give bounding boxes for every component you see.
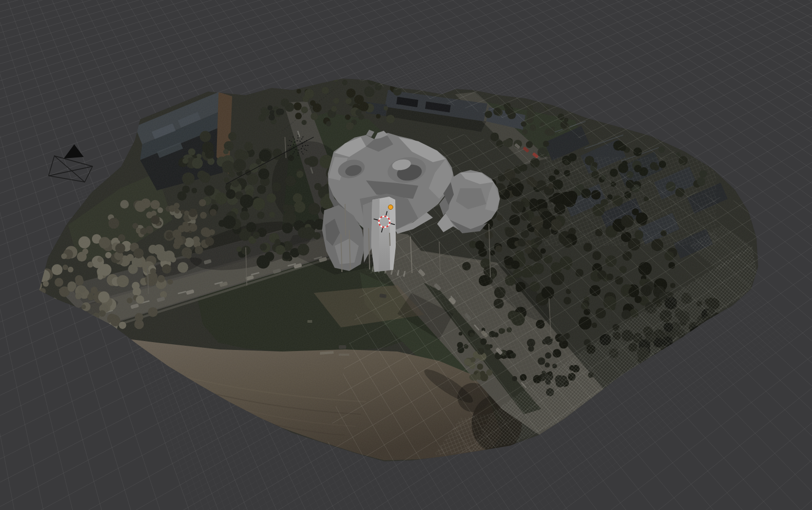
camera-frustum <box>49 156 93 182</box>
blender-3d-viewport[interactable] <box>0 0 812 510</box>
viewport-canvas[interactable] <box>0 0 812 510</box>
tree-puff <box>75 315 80 320</box>
tree-puff <box>55 300 62 307</box>
tree-puff <box>50 312 61 323</box>
object-origin-dot <box>388 205 393 210</box>
tree-puff <box>320 78 324 83</box>
tree-puff <box>75 316 85 325</box>
tree-puff <box>74 308 78 312</box>
tree-puff <box>84 325 93 334</box>
tree-puff <box>40 309 47 315</box>
tree-puff <box>81 320 88 327</box>
tree-puff <box>45 307 52 314</box>
tree-puff <box>84 318 92 325</box>
tree-puff <box>42 307 47 312</box>
tree-puff <box>62 303 68 310</box>
tree-puff <box>84 323 93 332</box>
tree-puff <box>56 303 65 312</box>
